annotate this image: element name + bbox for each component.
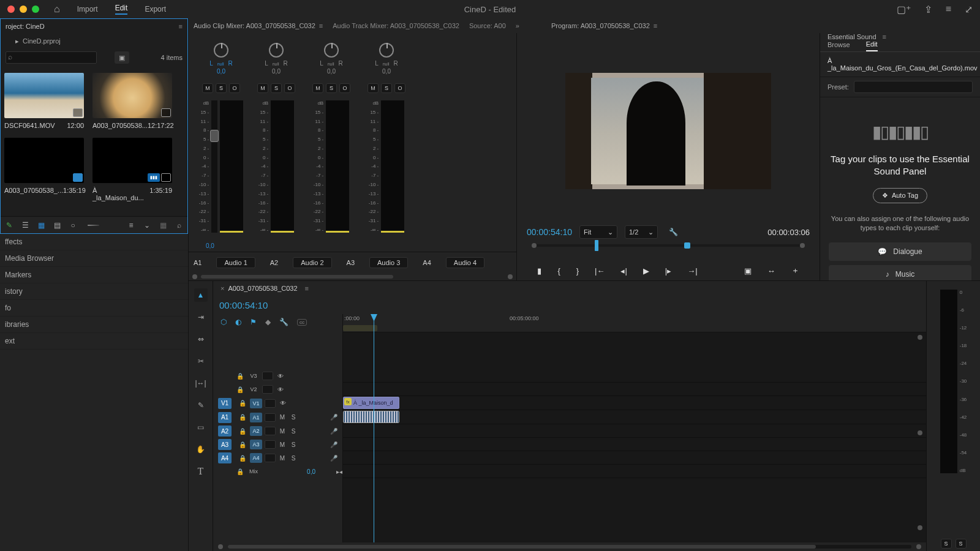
selection-tool[interactable]: ▲ bbox=[194, 288, 208, 302]
tab-export[interactable]: Export bbox=[145, 5, 166, 13]
lock-icon[interactable]: 🔒 bbox=[238, 455, 247, 462]
project-item[interactable]: ▮▮▮ À _la_Maison_du...1:35:19 bbox=[92, 138, 172, 201]
timeline-timecode[interactable]: 00:00:54:10 bbox=[219, 300, 268, 310]
program-scrubber[interactable] bbox=[527, 240, 810, 251]
vscroll-handle[interactable] bbox=[918, 430, 922, 435]
toggle-output-icon[interactable] bbox=[265, 413, 276, 422]
goto-out-button[interactable]: →| bbox=[687, 266, 697, 276]
freeform-view-icon[interactable]: ▤ bbox=[52, 221, 62, 230]
panel-libraries[interactable]: ibraries bbox=[0, 317, 188, 333]
track-header-mix[interactable]: 🔒Mix0,0▸◂ bbox=[213, 465, 342, 478]
solo-right-button[interactable]: S bbox=[956, 539, 967, 549]
quick-export-icon[interactable]: ▢⁺ bbox=[897, 4, 911, 15]
type-tool[interactable]: T bbox=[194, 465, 208, 478]
add-marker-button[interactable]: ▮ bbox=[537, 266, 541, 276]
fader[interactable] bbox=[211, 100, 217, 233]
lock-icon[interactable]: 🔒 bbox=[238, 441, 247, 448]
tab-audio-clip-mixer[interactable]: Audio Clip Mixer: A003_07050538_C032≡ bbox=[194, 22, 323, 29]
tab-program-monitor[interactable]: Program: A003_07050538_C032≡ bbox=[551, 22, 657, 29]
channel-name[interactable]: Audio 2 bbox=[293, 257, 331, 268]
video-clip[interactable]: fxÀ _la_Maison_d bbox=[343, 397, 399, 409]
m-button[interactable]: M bbox=[368, 83, 379, 93]
preset-dropdown[interactable] bbox=[854, 81, 973, 93]
minimize-window-icon[interactable] bbox=[20, 6, 27, 13]
export-frame-button[interactable]: ＋ bbox=[791, 265, 799, 276]
pan-value[interactable]: 0,0 bbox=[217, 68, 225, 75]
project-item[interactable]: A003_07050538...12:17:22 bbox=[92, 73, 172, 129]
project-item[interactable]: DSCF0641.MOV12:00 bbox=[4, 73, 84, 129]
track-mix-lane[interactable] bbox=[343, 465, 926, 478]
ess-tab-browse[interactable]: Browse bbox=[827, 41, 850, 51]
step-back-button[interactable]: ◂| bbox=[620, 266, 627, 276]
m-button[interactable]: M bbox=[312, 83, 323, 93]
project-item[interactable]: A003_07050538_...1:35:19 bbox=[4, 138, 84, 201]
channel-name[interactable]: Audio 3 bbox=[369, 257, 408, 268]
eye-icon[interactable]: 👁 bbox=[278, 400, 288, 407]
tab-edit[interactable]: Edit bbox=[115, 4, 128, 15]
add-marker-icon[interactable]: ⚑ bbox=[250, 318, 257, 326]
settings-icon[interactable]: 🔧 bbox=[665, 228, 682, 236]
tab-source-monitor[interactable]: Source: A00 bbox=[469, 22, 506, 29]
pan-value[interactable]: 0,0 bbox=[272, 68, 281, 75]
lock-icon[interactable]: 🔒 bbox=[235, 386, 245, 393]
program-video-canvas[interactable] bbox=[565, 73, 771, 189]
playhead[interactable] bbox=[374, 314, 374, 542]
track-header-a4[interactable]: A4🔒A4MS🎤 bbox=[213, 451, 342, 465]
marker-icon[interactable]: ◆ bbox=[265, 318, 271, 326]
o-button[interactable]: O bbox=[284, 83, 295, 93]
toggle-output-icon[interactable] bbox=[265, 440, 276, 449]
mic-icon[interactable]: 🎤 bbox=[330, 414, 337, 421]
panel-menu-icon[interactable]: ≡ bbox=[319, 22, 323, 29]
write-mode-icon[interactable]: ✎ bbox=[4, 221, 14, 230]
pan-value[interactable]: 0,0 bbox=[382, 68, 391, 75]
toggle-output-icon[interactable] bbox=[265, 454, 276, 462]
toggle-output-icon[interactable] bbox=[265, 427, 276, 435]
channel-name[interactable]: Audio 1 bbox=[216, 257, 255, 268]
panel-media-browser[interactable]: Media Browser bbox=[0, 250, 188, 267]
lock-icon[interactable]: 🔒 bbox=[238, 414, 247, 421]
tab-import[interactable]: Import bbox=[77, 5, 98, 13]
automate-icon[interactable]: ⌄ bbox=[142, 221, 152, 230]
s-button[interactable]: S bbox=[216, 83, 227, 93]
extract-button[interactable]: ↔ bbox=[767, 266, 775, 276]
track-v1-lane[interactable]: fxÀ _la_Maison_d bbox=[343, 396, 926, 410]
track-a4-lane[interactable] bbox=[343, 451, 926, 465]
audio-clip[interactable] bbox=[343, 411, 399, 423]
razor-tool[interactable]: ✂ bbox=[194, 354, 208, 368]
dialogue-button[interactable]: 💬Dialogue bbox=[829, 242, 971, 261]
lock-icon[interactable]: 🔒 bbox=[235, 468, 245, 475]
track-a3-lane[interactable] bbox=[343, 438, 926, 451]
timeline-tracks[interactable]: :00:00 00:05:00:00 fxÀ _la_Maison_d bbox=[343, 314, 926, 542]
track-a1-lane[interactable] bbox=[343, 410, 926, 424]
fullscreen-icon[interactable]: ⤢ bbox=[965, 4, 973, 15]
track-header-a2[interactable]: A2🔒A2MS🎤 bbox=[213, 424, 342, 438]
mark-out-button[interactable]: } bbox=[576, 266, 579, 276]
lock-icon[interactable]: 🔒 bbox=[235, 373, 245, 380]
tab-overflow-icon[interactable]: » bbox=[516, 22, 519, 29]
s-button[interactable]: S bbox=[381, 83, 392, 93]
m-button[interactable]: M bbox=[257, 83, 268, 93]
lock-icon[interactable]: 🔒 bbox=[238, 400, 247, 407]
zoom-slider[interactable] bbox=[88, 225, 99, 226]
toggle-output-icon[interactable] bbox=[262, 385, 273, 394]
track-header-a1[interactable]: A1🔒A1MS🎤 bbox=[213, 410, 342, 424]
sort-icon[interactable]: ≡ bbox=[126, 221, 136, 230]
goto-in-button[interactable]: |← bbox=[595, 266, 605, 276]
lock-icon[interactable]: 🔒 bbox=[238, 428, 247, 435]
pan-value[interactable]: 0,0 bbox=[327, 68, 336, 75]
vscroll-handle[interactable] bbox=[918, 525, 922, 530]
settings-icon[interactable]: 🔧 bbox=[279, 318, 288, 326]
timeline-hscroll[interactable] bbox=[213, 542, 926, 551]
panel-menu-icon[interactable]: ≡ bbox=[883, 33, 886, 40]
track-v3-lane[interactable] bbox=[343, 369, 926, 383]
eye-icon[interactable]: 👁 bbox=[276, 373, 285, 380]
pen-tool[interactable]: ✎ bbox=[194, 399, 208, 412]
new-bin-button[interactable]: ▣ bbox=[115, 51, 129, 64]
auto-tag-button[interactable]: ❖Auto Tag bbox=[873, 188, 927, 203]
track-header-v3[interactable]: 🔒V3👁 bbox=[213, 369, 342, 383]
track-header-v2[interactable]: 🔒V2👁 bbox=[213, 383, 342, 396]
s-button[interactable]: S bbox=[326, 83, 337, 93]
tab-audio-track-mixer[interactable]: Audio Track Mixer: A003_07050538_C032 bbox=[333, 22, 459, 29]
o-button[interactable]: O bbox=[394, 83, 405, 93]
fit-dropdown[interactable]: Fit⌄ bbox=[579, 225, 617, 239]
